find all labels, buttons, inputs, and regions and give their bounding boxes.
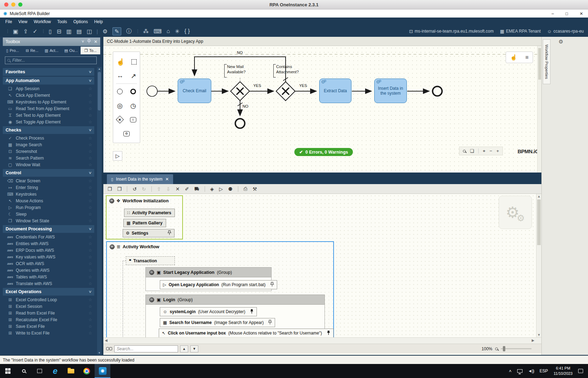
workflow-properties-tab[interactable]: Workflow Properties — [543, 39, 551, 84]
zoom-out-icon[interactable]: − — [490, 148, 492, 154]
pattern-gallery-button[interactable]: ▦ Pattern Gallery — [123, 219, 166, 227]
group-header[interactable]: − ▣ Login (Group) — [146, 295, 324, 305]
toolbox-item[interactable]: ▷Run Program☆ — [3, 204, 94, 211]
activity-parameters-button[interactable]: ∷ Activity Parameters — [124, 209, 175, 217]
settings-button[interactable]: ⚙ Settings — [123, 229, 175, 237]
start-event-icon[interactable] — [117, 89, 123, 94]
favorite-star-icon[interactable]: ☆ — [88, 205, 92, 210]
braces-icon[interactable]: { } — [184, 28, 190, 34]
file-explorer-button[interactable] — [63, 364, 79, 378]
open-icon[interactable]: ⊟ — [57, 28, 61, 35]
favorite-star-icon[interactable]: ☆ — [88, 120, 92, 124]
toolbox-item[interactable]: ▢Window Wait☆ — [3, 161, 94, 168]
validation-badge[interactable]: ✔ 0 Errors, 0 Warnings — [294, 148, 353, 156]
wand-icon[interactable]: ✐ — [185, 186, 189, 192]
notification-center-icon[interactable] — [578, 369, 583, 373]
menu-view[interactable]: View — [15, 18, 30, 25]
menu-workflow[interactable]: Workflow — [30, 18, 54, 25]
asterisk-icon[interactable]: ✳ — [175, 28, 179, 35]
section-excel-operations[interactable]: Excel Operations˅ — [3, 288, 94, 296]
user-task-icon[interactable]: ☺ — [130, 117, 136, 122]
menu-tools[interactable]: Tools — [54, 18, 70, 25]
bpmn-canvas[interactable]: ☝ ↔ ↗ ◎ ◷ — [103, 46, 541, 173]
tab-resources[interactable]: ⊟Re... — [22, 47, 42, 54]
configure-icon[interactable]: ⚒ — [253, 186, 257, 192]
workflow-scrollbar-vertical[interactable]: ▲ ▼ — [536, 194, 541, 337]
toolbox-item[interactable]: ☾Sleep☆ — [3, 211, 94, 217]
favorite-star-icon[interactable]: ☆ — [88, 331, 92, 336]
reset-origin-icon[interactable]: ⌖ — [483, 148, 485, 154]
space-tool-icon[interactable]: ↔ — [117, 72, 123, 80]
transaction-button[interactable]: ❝ Transaction — [126, 256, 175, 265]
toolbox-item[interactable]: ⊞Read from Excel File☆ — [3, 310, 94, 316]
favorite-star-icon[interactable]: ☆ — [88, 324, 92, 329]
user-indicator[interactable]: ☺ccasares-rpa-eu — [547, 29, 584, 34]
workflow-search-input[interactable] — [114, 345, 178, 352]
toolbox-item[interactable]: ⌫Clear Screen☆ — [3, 177, 94, 184]
favorite-star-icon[interactable]: ☆ — [88, 275, 92, 279]
redo-icon[interactable]: ↻ — [142, 186, 146, 192]
favorite-star-icon[interactable]: ☆ — [88, 162, 92, 167]
favorite-star-icon[interactable]: ☆ — [88, 281, 92, 286]
favorite-star-icon[interactable]: ☆ — [88, 212, 92, 217]
toolbox-item[interactable]: awsQueries with AWS☆ — [3, 267, 94, 274]
debug-icon[interactable]: ⚉ — [228, 186, 233, 192]
close-tab-icon[interactable]: ✕ — [165, 177, 169, 182]
favorite-star-icon[interactable]: ☆ — [88, 198, 92, 203]
delete-icon[interactable]: ✕ — [176, 186, 180, 192]
edge-button[interactable]: e — [47, 364, 63, 378]
toolbox-item[interactable]: ⊞Excel Session☆ — [3, 303, 94, 310]
section-checks[interactable]: Checks˅ — [3, 126, 94, 134]
library-icon[interactable]: ▥ — [66, 28, 71, 35]
tenant-indicator[interactable]: ▦EMEA RPA Tenant — [500, 29, 541, 34]
annotation-new-mail[interactable]: New Mail Available? — [224, 64, 254, 77]
task-extract-data[interactable]: ⚙⚙ Extract Data — [319, 79, 351, 103]
minimap-icon[interactable]: ❏ — [470, 148, 474, 154]
favorite-star-icon[interactable]: ☆ — [88, 192, 92, 197]
breakpoint-icon[interactable]: ◈ — [210, 186, 214, 192]
tab-toolbox[interactable]: ❐To... — [81, 47, 100, 54]
verify-icon[interactable]: ✓ — [33, 28, 37, 35]
pin-outline-icon[interactable] — [268, 320, 272, 326]
service-task-icon[interactable]: ⚙ — [123, 131, 130, 136]
collapse-icon[interactable]: − — [110, 244, 115, 249]
panel-menu-chevron-icon[interactable]: ˅ — [82, 39, 84, 44]
hamburger-menu-icon[interactable]: ≡ — [525, 54, 528, 61]
search-next-button[interactable]: ▼ — [190, 345, 198, 352]
favorite-star-icon[interactable]: ☆ — [88, 261, 92, 266]
new-file-icon[interactable]: ▯ — [49, 28, 52, 35]
copy-icon[interactable]: ❐ — [108, 186, 112, 192]
pin-icon[interactable] — [87, 39, 91, 45]
search-previous-button[interactable]: ▲ — [180, 345, 188, 352]
favorite-star-icon[interactable]: ☆ — [88, 149, 92, 154]
toolbox-item[interactable]: ❐Window Set State☆ — [3, 217, 94, 224]
print-icon[interactable]: ⎙ — [244, 186, 247, 192]
bpmn-tab-title[interactable]: CC-Module 1-Automate Data Entry into Leg… — [103, 37, 541, 46]
favorite-star-icon[interactable]: ☆ — [88, 248, 92, 253]
step-open-legacy-application[interactable]: ▷ Open Legacy Application (Run Program s… — [160, 280, 277, 289]
toolbox-item[interactable]: ↖Mouse Actions☆ — [3, 197, 94, 204]
tab-activities[interactable]: ▥Act... — [42, 47, 61, 54]
toolbox-item[interactable]: awsTables with AWS☆ — [3, 274, 94, 280]
clock[interactable]: 6:41 PM 11/10/2023 — [554, 366, 573, 376]
nodes-icon[interactable]: ⁂ — [143, 28, 149, 35]
favorite-star-icon[interactable]: ☆ — [88, 156, 92, 161]
favorite-star-icon[interactable]: ☆ — [88, 86, 92, 91]
toolbox-item[interactable]: ⊞Save Excel File☆ — [3, 323, 94, 330]
toolbox-item[interactable]: ≋Search Pattern☆ — [3, 155, 94, 161]
step-system-login[interactable]: ☺ systemLogin (User Account Decrypter) — [160, 307, 257, 316]
start-button[interactable] — [0, 364, 16, 378]
task-view-button[interactable] — [32, 364, 47, 378]
favorite-star-icon[interactable]: ☆ — [88, 235, 92, 239]
favorite-star-icon[interactable]: ☆ — [88, 93, 92, 98]
collapse-icon[interactable]: − — [109, 198, 114, 203]
toolbox-item[interactable]: awsKey values with AWS☆ — [3, 254, 94, 260]
toolbox-item[interactable]: ⌨Keystrokes☆ — [3, 191, 94, 197]
move-up-icon[interactable]: ⇧ — [157, 186, 161, 192]
scroll-up-icon[interactable]: ▲ — [536, 195, 541, 198]
group-login[interactable]: − ▣ Login (Group) ☺ systemLogin (User Ac… — [145, 295, 325, 337]
taskbar-search-button[interactable] — [16, 364, 32, 378]
toolbox-item[interactable]: ↖Click App Element☆ — [3, 92, 94, 99]
toolbox-item[interactable]: ↦Enter String☆ — [3, 184, 94, 191]
toolbox-item[interactable]: awsOCR with AWS☆ — [3, 260, 94, 267]
